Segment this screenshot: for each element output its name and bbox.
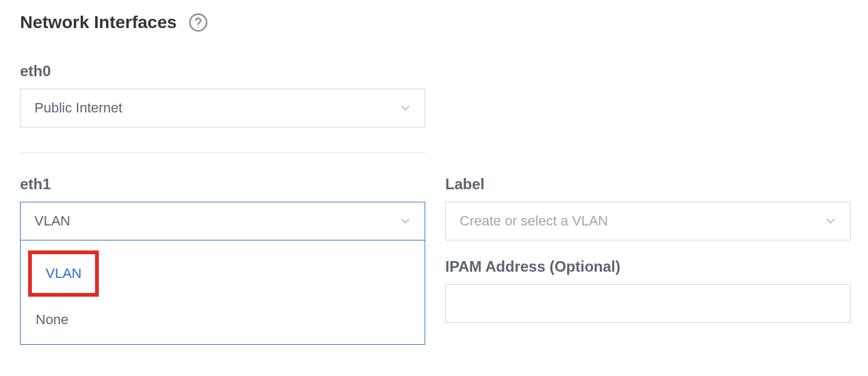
eth0-group: eth0 Public Internet	[20, 62, 848, 127]
eth1-dropdown-menu: VLAN None	[20, 240, 425, 345]
section-title: Network Interfaces	[20, 12, 177, 32]
label-and-ipam-group: Label Create or select a VLAN IPAM Addre…	[445, 176, 850, 323]
eth1-group: eth1 VLAN VLAN None	[20, 176, 425, 240]
label-field-label: Label	[445, 176, 850, 193]
eth0-label: eth0	[20, 62, 848, 80]
eth1-option-none[interactable]: None	[21, 302, 425, 344]
svg-point-0	[189, 14, 206, 31]
chevron-down-icon	[398, 214, 412, 228]
help-icon[interactable]	[188, 12, 208, 32]
eth0-select-value: Public Internet	[34, 100, 411, 116]
svg-point-1	[197, 26, 198, 27]
label-select[interactable]: Create or select a VLAN	[445, 202, 850, 240]
label-select-placeholder: Create or select a VLAN	[460, 213, 836, 229]
ipam-label: IPAM Address (Optional)	[445, 258, 850, 275]
chevron-down-icon	[824, 214, 837, 228]
eth1-select[interactable]: VLAN	[20, 202, 425, 240]
chevron-down-icon	[398, 101, 412, 115]
eth1-select-value: VLAN	[34, 213, 411, 229]
eth0-select[interactable]: Public Internet	[20, 89, 425, 127]
section-header: Network Interfaces	[20, 12, 848, 32]
divider	[20, 152, 425, 153]
eth1-option-vlan[interactable]: VLAN	[28, 250, 99, 297]
ipam-input[interactable]	[445, 284, 850, 323]
eth1-label: eth1	[20, 176, 425, 193]
